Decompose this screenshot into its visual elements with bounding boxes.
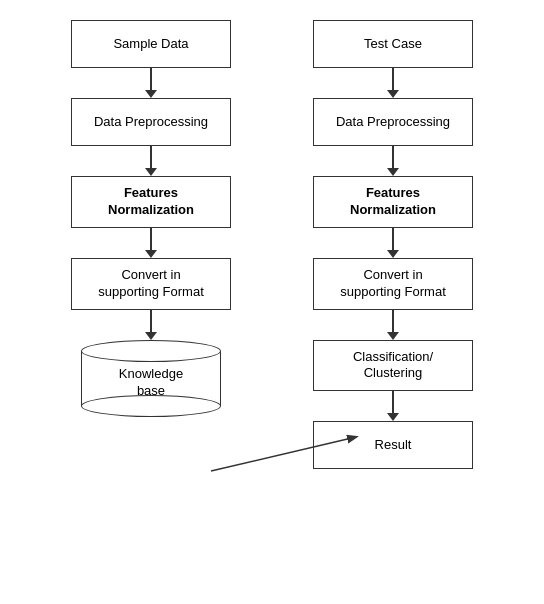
arrow-3-right xyxy=(387,228,399,258)
features-normalization-box-right: FeaturesNormalization xyxy=(313,176,473,228)
data-preprocessing-box-left: Data Preprocessing xyxy=(71,98,231,146)
data-preprocessing-box-right: Data Preprocessing xyxy=(313,98,473,146)
arrow-5-right xyxy=(387,391,399,421)
diagram: Sample Data Data Preprocessing FeaturesN… xyxy=(0,0,544,604)
convert-format-label-right: Convert insupporting Format xyxy=(340,267,446,301)
classification-clustering-label: Classification/Clustering xyxy=(353,349,433,383)
knowledge-base-cylinder: Knowledgebase xyxy=(71,340,231,417)
features-normalization-label-right: FeaturesNormalization xyxy=(350,185,436,219)
features-normalization-label-left: FeaturesNormalization xyxy=(108,185,194,219)
sample-data-box: Sample Data xyxy=(71,20,231,68)
features-normalization-box-left: FeaturesNormalization xyxy=(71,176,231,228)
data-preprocessing-label-right: Data Preprocessing xyxy=(336,114,450,131)
arrow-1-right xyxy=(387,68,399,98)
right-column: Test Case Data Preprocessing FeaturesNor… xyxy=(303,20,483,584)
convert-format-box-right: Convert insupporting Format xyxy=(313,258,473,310)
data-preprocessing-label-left: Data Preprocessing xyxy=(94,114,208,131)
arrow-1-left xyxy=(145,68,157,98)
cyl-top xyxy=(81,340,221,362)
arrow-3-left xyxy=(145,228,157,258)
convert-format-label-left: Convert insupporting Format xyxy=(98,267,204,301)
test-case-label: Test Case xyxy=(364,36,422,53)
arrow-4-right xyxy=(387,310,399,340)
convert-format-box-left: Convert insupporting Format xyxy=(71,258,231,310)
cyl-bottom xyxy=(81,395,221,417)
arrow-2-left xyxy=(145,146,157,176)
arrow-2-right xyxy=(387,146,399,176)
left-column: Sample Data Data Preprocessing FeaturesN… xyxy=(61,20,241,584)
result-box: Result xyxy=(313,421,473,469)
arrow-4-left xyxy=(145,310,157,340)
result-label: Result xyxy=(375,437,412,454)
classification-clustering-box: Classification/Clustering xyxy=(313,340,473,392)
test-case-box: Test Case xyxy=(313,20,473,68)
sample-data-label: Sample Data xyxy=(113,36,188,53)
